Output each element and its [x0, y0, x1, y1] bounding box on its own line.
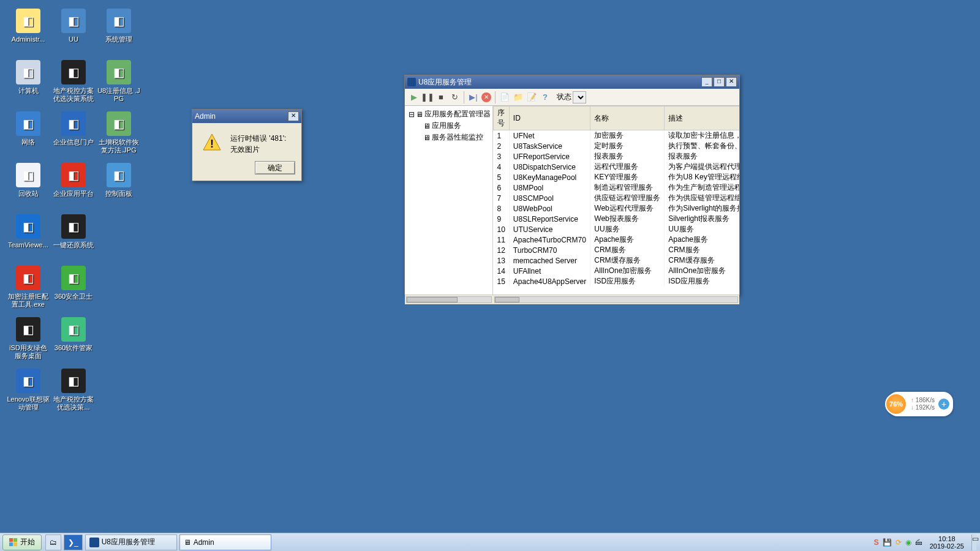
net-pct: 76%: [885, 393, 907, 415]
play-icon[interactable]: ▶: [409, 92, 420, 103]
table-row[interactable]: 2U8TaskService定时服务执行预警、帐套备份、异常清: [494, 141, 740, 151]
windows-icon: [9, 538, 18, 547]
desktop-icon[interactable]: ◧网络: [6, 110, 50, 159]
pause-icon[interactable]: ❚❚: [422, 92, 433, 103]
tree-item-app-service[interactable]: 🖥应用服务: [406, 120, 491, 132]
tree-root[interactable]: ⊟🖥应用服务配置管理器: [406, 108, 491, 120]
desktop-icon[interactable]: ◧360安全卫士: [51, 264, 96, 313]
dialog-titlebar[interactable]: Admin ✕: [192, 110, 301, 123]
table-row[interactable]: 5U8KeyManagePoolKEY管理服务作为U8 Key管理远程组件的工: [494, 172, 740, 182]
close-icon[interactable]: ✕: [726, 77, 737, 87]
desktop-icon[interactable]: ◧土增税软件恢 复方法.JPG: [97, 110, 141, 159]
table-row[interactable]: 13memcached ServerCRM缓存服务CRM缓存服务: [494, 255, 740, 266]
next-icon[interactable]: ▶|: [468, 92, 479, 103]
task-u8app[interactable]: U8应用服务管理: [85, 534, 177, 550]
desktop: ◧Administr...◧UU◧系统管理◧计算机◧地产税控方案 优选决策系统◧…: [0, 0, 980, 533]
tray: S 💾 ⟳ ◉ 🖮 10:18 2019-02-25 ▭: [870, 533, 980, 551]
table-row[interactable]: 6U8MPool制造远程管理服务作为生产制造管理远程组件的: [494, 182, 740, 193]
status-dropdown[interactable]: [573, 91, 586, 103]
restart-icon[interactable]: ↻: [449, 92, 460, 103]
help-icon[interactable]: ?: [540, 92, 551, 103]
table-row[interactable]: 9U8SLReportServiceWeb报表服务Silverlight报表服务: [494, 214, 740, 224]
table-row[interactable]: 4U8DispatchService远程代理服务为客户端提供远程代理的创建: [494, 162, 740, 172]
task-admin[interactable]: 🖥Admin: [179, 534, 271, 550]
toolbar: ▶ ❚❚ ■ ↻ ▶| ✕ 📄 📁 📝 ? 状态: [405, 89, 739, 106]
tree-item-perf-monitor[interactable]: 🖥服务器性能监控: [406, 132, 491, 143]
desktop-icon[interactable]: ◧一键还原系统: [51, 213, 96, 262]
dialog-text: 运行时错误 '481': 无效图片: [230, 133, 286, 155]
maximize-icon[interactable]: □: [714, 77, 725, 87]
svg-rect-2: [9, 538, 13, 542]
desktop-icon[interactable]: ◧地产税控方案 优选决策...: [51, 367, 96, 416]
svg-rect-5: [13, 542, 17, 546]
net-plus-button[interactable]: +: [938, 399, 949, 410]
doc-icon[interactable]: 📄: [499, 92, 510, 103]
desktop-icon[interactable]: ◧企业应用平台: [51, 162, 96, 211]
network-widget[interactable]: 76% ↑ 186K/s ↓ 192K/s +: [888, 392, 953, 416]
column-header[interactable]: 序号: [494, 107, 510, 130]
table-row[interactable]: 3UFReportService报表服务报表服务: [494, 151, 740, 162]
start-button[interactable]: 开始: [2, 534, 42, 550]
tray-ime-icon[interactable]: S: [874, 538, 879, 547]
svg-rect-4: [9, 542, 13, 546]
cancel-icon[interactable]: ✕: [481, 92, 491, 102]
desktop-icon[interactable]: ◧iSD用友绿色 服务桌面: [6, 316, 50, 365]
desktop-icon[interactable]: ◧Lenovo联想驱 动管理: [6, 367, 50, 416]
tray-show-desktop[interactable]: ▭: [971, 534, 976, 550]
status-label: 状态: [557, 92, 571, 102]
table-row[interactable]: 7U8SCMPool供应链远程管理服务作为供应链管理远程组件的工: [494, 193, 740, 203]
table-row[interactable]: 10UTUServiceUU服务UU服务: [494, 224, 740, 234]
dialog-title: Admin: [195, 112, 287, 121]
column-header[interactable]: 描述: [665, 107, 739, 130]
table-row[interactable]: 8U8WebPoolWeb远程代理服务作为Silverlight的服务控制组: [494, 203, 740, 214]
app-titlebar[interactable]: U8应用服务管理 _ □ ✕: [405, 75, 739, 89]
stop-icon[interactable]: ■: [435, 92, 447, 103]
svg-text:!: !: [210, 138, 214, 150]
list-panel[interactable]: 序号ID名称描述 1UFNet加密服务读取加密卡注册信息，为U8的2U8Task…: [493, 106, 739, 294]
table-row[interactable]: 1UFNet加密服务读取加密卡注册信息，为U8的: [494, 130, 740, 141]
table-row[interactable]: 15Apache4U8AppServerISD应用服务ISD应用服务: [494, 276, 740, 287]
app-title: U8应用服务管理: [418, 77, 700, 88]
error-dialog: Admin ✕ ! 运行时错误 '481': 无效图片 确定: [192, 109, 302, 181]
ql-explorer[interactable]: 🗂: [45, 534, 61, 550]
desktop-icon[interactable]: ◧企业信息门户: [51, 110, 96, 159]
desktop-icon[interactable]: ◧TeamViewe...: [6, 213, 50, 262]
desktop-icon[interactable]: ◧回收站: [6, 162, 50, 211]
desktop-icon[interactable]: ◧计算机: [6, 59, 50, 108]
taskbar: 开始 🗂 ❯_ U8应用服务管理 🖥Admin S 💾 ⟳ ◉ 🖮 10:18 …: [0, 533, 980, 551]
net-speeds: ↑ 186K/s ↓ 192K/s: [911, 397, 935, 411]
tray-lang-icon[interactable]: 🖮: [915, 538, 922, 547]
tree-panel: ⊟🖥应用服务配置管理器 🖥应用服务 🖥服务器性能监控: [405, 106, 493, 294]
clock[interactable]: 10:18 2019-02-25: [926, 535, 968, 550]
desktop-icon[interactable]: ◧加密注册IE配 置工具.exe: [6, 264, 50, 313]
desktop-icon[interactable]: ◧系统管理: [97, 7, 141, 56]
desktop-icon[interactable]: ◧地产税控方案 优选决策系统: [51, 59, 96, 108]
tray-360-icon[interactable]: ◉: [905, 538, 911, 547]
app-window: U8应用服务管理 _ □ ✕ ▶ ❚❚ ■ ↻ ▶| ✕ 📄 📁 📝 ? 状态: [404, 75, 740, 295]
tray-net-icon[interactable]: ⟳: [895, 538, 902, 547]
desktop-icon[interactable]: ◧Administr...: [6, 7, 50, 56]
desktop-icon[interactable]: ◧UU: [51, 7, 96, 56]
svg-rect-3: [13, 538, 17, 542]
table-row[interactable]: 14UFAllnetAllInOne加密服务AllInOne加密服务: [494, 266, 740, 276]
folder-icon[interactable]: 📁: [513, 92, 524, 103]
desktop-icon[interactable]: ◧U8注册信息 .JPG: [97, 59, 141, 108]
desktop-icon[interactable]: ◧360软件管家: [51, 316, 96, 365]
table-row[interactable]: 12TurboCRM70CRM服务CRM服务: [494, 245, 740, 255]
ok-button[interactable]: 确定: [255, 161, 295, 174]
minimize-icon[interactable]: _: [701, 77, 712, 87]
column-header[interactable]: 名称: [590, 107, 665, 130]
ql-powershell[interactable]: ❯_: [64, 534, 83, 550]
tray-u8-icon[interactable]: 💾: [883, 538, 892, 547]
table-row[interactable]: 11Apache4TurboCRM70Apache服务Apache服务: [494, 234, 740, 245]
warning-icon: !: [202, 133, 222, 152]
column-header[interactable]: ID: [509, 107, 590, 130]
app-icon: [407, 78, 416, 86]
close-icon[interactable]: ✕: [288, 111, 299, 121]
desktop-icon[interactable]: ◧控制面板: [97, 162, 141, 211]
edit-icon[interactable]: 📝: [526, 92, 537, 103]
